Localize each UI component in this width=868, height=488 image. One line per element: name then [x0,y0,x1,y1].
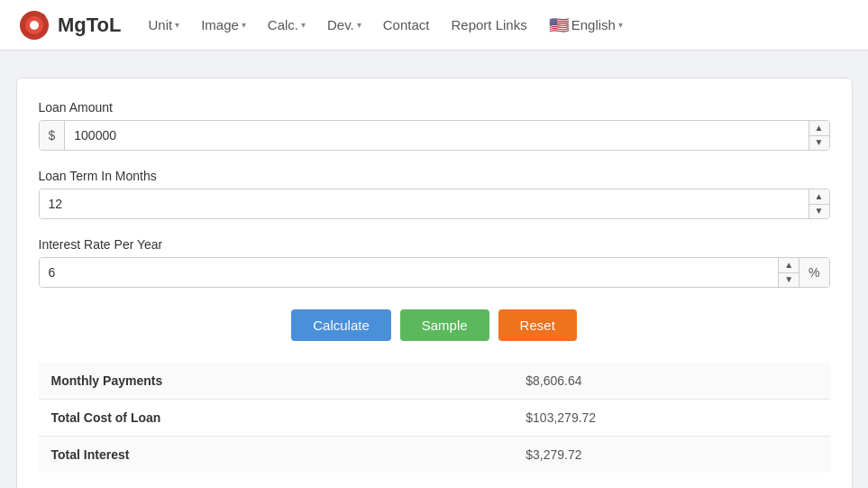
results-table: Monthly Payments $8,606.64 Total Cost of… [39,363,830,473]
nav-link-dev[interactable]: Dev. ▾ [318,10,370,40]
sample-button[interactable]: Sample [400,309,489,341]
result-label: Total Cost of Loan [39,400,514,437]
result-label: Monthly Payments [39,363,514,400]
svg-rect-6 [44,23,49,27]
nav-item-report-links[interactable]: Report Links [442,10,535,40]
flag-icon: 🇺🇸 [549,15,569,35]
loan-term-label: Loan Term In Months [39,169,830,183]
chevron-down-icon: ▾ [301,20,306,30]
loan-amount-label: Loan Amount [39,100,830,115]
nav-item-calc[interactable]: Calc. ▾ [259,10,315,40]
nav-menu: Unit ▾ Image ▾ Calc. ▾ Dev. ▾ Contact [139,8,850,42]
result-value: $3,279.72 [513,437,829,474]
interest-rate-group: Interest Rate Per Year ▲ ▼ % [39,237,830,288]
result-label: Total Interest [39,437,514,474]
interest-rate-input-wrapper: ▲ ▼ % [39,257,830,288]
loan-term-spinners: ▲ ▼ [809,189,829,218]
loan-amount-spin-up[interactable]: ▲ [809,121,829,136]
loan-term-input-wrapper: ▲ ▼ [39,189,830,219]
nav-item-dev[interactable]: Dev. ▾ [318,10,370,40]
nav-link-calc[interactable]: Calc. ▾ [259,10,315,40]
interest-rate-spinners: ▲ ▼ [778,258,799,287]
result-value: $103,279.72 [513,400,829,437]
interest-rate-spin-up[interactable]: ▲ [779,258,799,273]
brand-name: MgToL [58,14,121,37]
table-row: Total Cost of Loan $103,279.72 [39,400,830,437]
table-row: Monthly Payments $8,606.64 [39,363,830,400]
main-content: Loan Amount $ ▲ ▼ Loan Term In Months ▲ … [2,78,867,488]
loan-term-spin-down[interactable]: ▼ [809,205,829,219]
loan-amount-spinners: ▲ ▼ [809,121,829,150]
interest-rate-spin-down[interactable]: ▼ [779,273,799,288]
chevron-down-icon: ▾ [242,20,246,30]
brand-logo-link[interactable]: MgToL [18,9,121,41]
nav-link-language[interactable]: 🇺🇸 English ▾ [540,8,632,42]
svg-rect-3 [32,11,36,15]
navbar: MgToL Unit ▾ Image ▾ Calc. ▾ Dev. ▾ [0,0,868,51]
nav-link-image[interactable]: Image ▾ [192,10,255,40]
nav-link-contact[interactable]: Contact [374,10,439,40]
chevron-down-icon: ▾ [618,20,623,30]
result-value: $8,606.64 [513,363,829,400]
interest-rate-label: Interest Rate Per Year [39,237,830,252]
chevron-down-icon: ▾ [175,20,179,30]
action-buttons: Calculate Sample Reset [39,309,830,341]
nav-link-unit[interactable]: Unit ▾ [139,10,188,40]
loan-amount-spin-down[interactable]: ▼ [809,136,829,151]
loan-amount-prefix: $ [40,121,66,150]
svg-rect-5 [20,23,24,27]
loan-term-spin-up[interactable]: ▲ [809,189,829,205]
chevron-down-icon: ▾ [357,20,361,30]
nav-item-image[interactable]: Image ▾ [192,10,255,40]
svg-rect-4 [32,35,36,40]
calculate-button[interactable]: Calculate [291,309,391,341]
loan-amount-input[interactable] [65,121,808,150]
nav-item-contact[interactable]: Contact [374,10,439,40]
loan-amount-input-wrapper: $ ▲ ▼ [39,120,830,151]
brand-logo-icon [18,9,50,41]
nav-item-unit[interactable]: Unit ▾ [139,10,188,40]
loan-term-group: Loan Term In Months ▲ ▼ [39,169,830,219]
loan-term-input[interactable] [40,189,809,218]
nav-item-language[interactable]: 🇺🇸 English ▾ [540,8,632,42]
interest-rate-suffix: % [799,258,828,287]
svg-point-2 [30,21,39,30]
table-row: Total Interest $3,279.72 [39,437,830,474]
reset-button[interactable]: Reset [498,309,577,341]
loan-amount-group: Loan Amount $ ▲ ▼ [39,100,830,151]
nav-link-report-links[interactable]: Report Links [442,10,535,40]
interest-rate-input[interactable] [40,258,779,287]
calculator-card: Loan Amount $ ▲ ▼ Loan Term In Months ▲ … [16,78,853,488]
